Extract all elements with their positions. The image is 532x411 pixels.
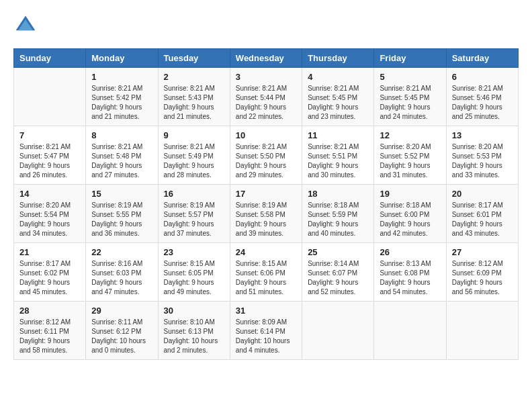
day-number: 29 [91,306,152,316]
day-number: 12 [380,130,440,140]
logo [13,13,42,38]
day-info: Sunrise: 8:21 AM Sunset: 5:49 PM Dayligh… [164,142,224,180]
day-info: Sunrise: 8:14 AM Sunset: 6:07 PM Dayligh… [308,259,368,297]
day-number: 22 [91,247,152,257]
day-info: Sunrise: 8:21 AM Sunset: 5:44 PM Dayligh… [236,84,296,122]
day-info: Sunrise: 8:21 AM Sunset: 5:47 PM Dayligh… [19,142,80,180]
calendar-cell: 4Sunrise: 8:21 AM Sunset: 5:45 PM Daylig… [302,68,374,126]
calendar-cell: 29Sunrise: 8:11 AM Sunset: 6:12 PM Dayli… [86,302,158,360]
day-info: Sunrise: 8:21 AM Sunset: 5:42 PM Dayligh… [91,84,152,122]
calendar-week-row: 28Sunrise: 8:12 AM Sunset: 6:11 PM Dayli… [14,302,519,360]
day-number: 28 [19,306,80,316]
calendar-cell: 15Sunrise: 8:19 AM Sunset: 5:55 PM Dayli… [86,185,158,243]
calendar-cell [302,302,374,360]
calendar-cell: 16Sunrise: 8:19 AM Sunset: 5:57 PM Dayli… [158,185,230,243]
calendar-week-row: 21Sunrise: 8:17 AM Sunset: 6:02 PM Dayli… [14,243,519,302]
day-info: Sunrise: 8:09 AM Sunset: 6:14 PM Dayligh… [236,318,296,355]
calendar-cell: 24Sunrise: 8:15 AM Sunset: 6:06 PM Dayli… [230,243,302,302]
day-info: Sunrise: 8:12 AM Sunset: 6:11 PM Dayligh… [19,318,80,355]
day-info: Sunrise: 8:19 AM Sunset: 5:58 PM Dayligh… [236,201,296,238]
calendar-cell [374,302,446,360]
day-info: Sunrise: 8:17 AM Sunset: 6:02 PM Dayligh… [19,259,80,297]
day-number: 19 [380,189,440,199]
day-number: 17 [236,189,296,199]
day-number: 2 [164,72,224,82]
day-info: Sunrise: 8:21 AM Sunset: 5:51 PM Dayligh… [308,142,368,180]
calendar-cell: 1Sunrise: 8:21 AM Sunset: 5:42 PM Daylig… [86,68,158,126]
page-header [13,13,519,38]
logo-icon [13,13,38,38]
day-info: Sunrise: 8:21 AM Sunset: 5:48 PM Dayligh… [91,142,152,180]
calendar-cell: 19Sunrise: 8:18 AM Sunset: 6:00 PM Dayli… [374,185,446,243]
day-number: 7 [19,130,80,140]
header-saturday: Saturday [446,49,518,68]
day-number: 13 [452,130,513,140]
day-info: Sunrise: 8:21 AM Sunset: 5:46 PM Dayligh… [452,84,513,122]
day-info: Sunrise: 8:20 AM Sunset: 5:53 PM Dayligh… [452,142,513,180]
calendar-week-row: 7Sunrise: 8:21 AM Sunset: 5:47 PM Daylig… [14,126,519,185]
calendar-cell: 5Sunrise: 8:21 AM Sunset: 5:45 PM Daylig… [374,68,446,126]
calendar-cell: 22Sunrise: 8:16 AM Sunset: 6:03 PM Dayli… [86,243,158,302]
day-info: Sunrise: 8:18 AM Sunset: 6:00 PM Dayligh… [380,201,440,238]
day-info: Sunrise: 8:16 AM Sunset: 6:03 PM Dayligh… [91,259,152,297]
day-info: Sunrise: 8:13 AM Sunset: 6:08 PM Dayligh… [380,259,440,297]
day-number: 15 [91,189,152,199]
day-info: Sunrise: 8:21 AM Sunset: 5:45 PM Dayligh… [308,84,368,122]
calendar-cell: 30Sunrise: 8:10 AM Sunset: 6:13 PM Dayli… [158,302,230,360]
calendar-cell: 20Sunrise: 8:17 AM Sunset: 6:01 PM Dayli… [446,185,518,243]
day-number: 16 [164,189,224,199]
header-wednesday: Wednesday [230,49,302,68]
day-number: 9 [164,130,224,140]
calendar-cell: 27Sunrise: 8:12 AM Sunset: 6:09 PM Dayli… [446,243,518,302]
day-number: 11 [308,130,368,140]
calendar-cell: 8Sunrise: 8:21 AM Sunset: 5:48 PM Daylig… [86,126,158,185]
header-sunday: Sunday [14,49,86,68]
day-info: Sunrise: 8:10 AM Sunset: 6:13 PM Dayligh… [164,318,224,355]
calendar-cell: 31Sunrise: 8:09 AM Sunset: 6:14 PM Dayli… [230,302,302,360]
calendar-cell: 3Sunrise: 8:21 AM Sunset: 5:44 PM Daylig… [230,68,302,126]
day-info: Sunrise: 8:18 AM Sunset: 5:59 PM Dayligh… [308,201,368,238]
day-info: Sunrise: 8:21 AM Sunset: 5:43 PM Dayligh… [164,84,224,122]
day-number: 24 [236,247,296,257]
day-number: 21 [19,247,80,257]
day-number: 1 [91,72,152,82]
day-number: 3 [236,72,296,82]
calendar-week-row: 1Sunrise: 8:21 AM Sunset: 5:42 PM Daylig… [14,68,519,126]
header-monday: Monday [86,49,158,68]
calendar-cell: 23Sunrise: 8:15 AM Sunset: 6:05 PM Dayli… [158,243,230,302]
day-info: Sunrise: 8:15 AM Sunset: 6:06 PM Dayligh… [236,259,296,297]
day-info: Sunrise: 8:12 AM Sunset: 6:09 PM Dayligh… [452,259,513,297]
day-number: 27 [452,247,513,257]
day-number: 26 [380,247,440,257]
day-info: Sunrise: 8:15 AM Sunset: 6:05 PM Dayligh… [164,259,224,297]
calendar-cell: 14Sunrise: 8:20 AM Sunset: 5:54 PM Dayli… [14,185,86,243]
calendar-cell: 21Sunrise: 8:17 AM Sunset: 6:02 PM Dayli… [14,243,86,302]
calendar-cell: 18Sunrise: 8:18 AM Sunset: 5:59 PM Dayli… [302,185,374,243]
day-number: 25 [308,247,368,257]
calendar-cell [14,68,86,126]
calendar-table: Sunday Monday Tuesday Wednesday Thursday… [13,48,519,360]
day-number: 8 [91,130,152,140]
header-friday: Friday [374,49,446,68]
day-number: 6 [452,72,513,82]
calendar-cell: 11Sunrise: 8:21 AM Sunset: 5:51 PM Dayli… [302,126,374,185]
header-thursday: Thursday [302,49,374,68]
day-info: Sunrise: 8:20 AM Sunset: 5:54 PM Dayligh… [19,201,80,238]
day-number: 18 [308,189,368,199]
calendar-week-row: 14Sunrise: 8:20 AM Sunset: 5:54 PM Dayli… [14,185,519,243]
day-info: Sunrise: 8:21 AM Sunset: 5:45 PM Dayligh… [380,84,440,122]
calendar-body: 1Sunrise: 8:21 AM Sunset: 5:42 PM Daylig… [14,68,519,360]
day-info: Sunrise: 8:21 AM Sunset: 5:50 PM Dayligh… [236,142,296,180]
calendar-cell: 17Sunrise: 8:19 AM Sunset: 5:58 PM Dayli… [230,185,302,243]
day-info: Sunrise: 8:19 AM Sunset: 5:55 PM Dayligh… [91,201,152,238]
day-number: 14 [19,189,80,199]
calendar-cell: 13Sunrise: 8:20 AM Sunset: 5:53 PM Dayli… [446,126,518,185]
calendar-cell: 12Sunrise: 8:20 AM Sunset: 5:52 PM Dayli… [374,126,446,185]
day-number: 5 [380,72,440,82]
day-info: Sunrise: 8:17 AM Sunset: 6:01 PM Dayligh… [452,201,513,238]
day-number: 31 [236,306,296,316]
day-info: Sunrise: 8:11 AM Sunset: 6:12 PM Dayligh… [91,318,152,355]
calendar-cell: 10Sunrise: 8:21 AM Sunset: 5:50 PM Dayli… [230,126,302,185]
day-number: 10 [236,130,296,140]
day-number: 4 [308,72,368,82]
